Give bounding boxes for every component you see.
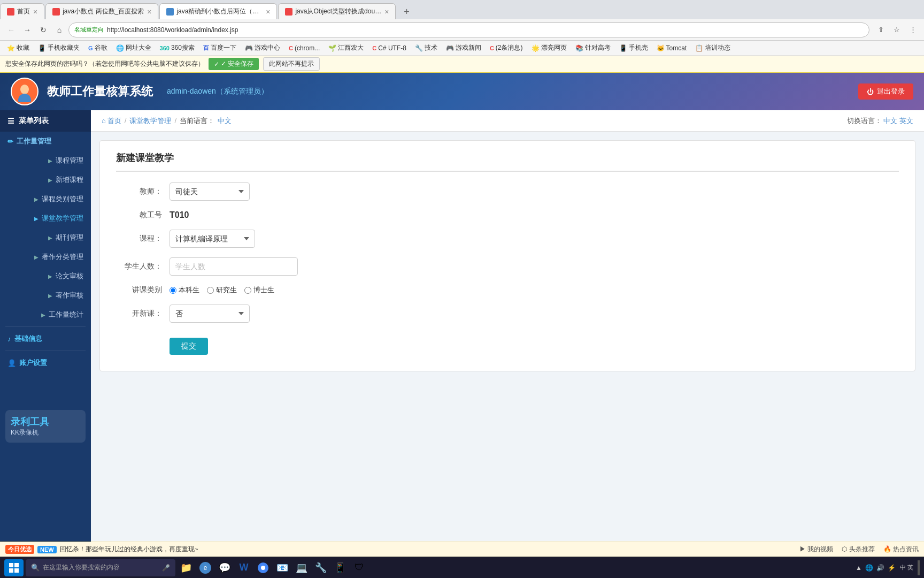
tab-java3[interactable]: java从Object类型转换成double... ×	[278, 3, 396, 19]
breadcrumb-sep2: /	[174, 117, 176, 125]
bm-chrome-icon: C	[289, 45, 293, 51]
sidebar-item-add-course[interactable]: ▶ 新增课程	[0, 170, 91, 189]
taskbar-app3[interactable]: 🔧	[312, 559, 329, 576]
taskbar-wechat[interactable]: 💬	[216, 559, 233, 576]
news-video[interactable]: ▶ 我的视频	[799, 545, 833, 554]
radio-phd-input[interactable]	[244, 287, 251, 294]
bm-mobile[interactable]: 📱手机收藏夹	[34, 42, 83, 54]
bm-phone-case[interactable]: 📱手机壳	[615, 42, 652, 54]
back-button[interactable]: ←	[4, 23, 18, 37]
bm-google[interactable]: G谷歌	[84, 42, 111, 54]
breadcrumb-sep1: /	[125, 117, 127, 125]
refresh-button[interactable]: ↻	[36, 23, 50, 37]
bm-google-label: 谷歌	[95, 43, 107, 52]
sidebar-item-workload-management[interactable]: ✏ 工作量管理	[0, 132, 91, 151]
sidebar-item-workload-stat[interactable]: ▶ 工作量统计	[0, 305, 91, 324]
security-dismiss-button[interactable]: 此网站不再提示	[263, 57, 320, 71]
taskbar-app1[interactable]: 📧	[274, 559, 291, 576]
submit-button[interactable]: 提交	[170, 338, 208, 355]
sidebar-item-course-manage[interactable]: ▶ 课程管理	[0, 151, 91, 170]
tray-sound[interactable]: 🔊	[876, 564, 884, 572]
share-icon[interactable]: ⇧	[874, 23, 888, 37]
show-desktop[interactable]	[918, 560, 920, 575]
url-input[interactable]	[107, 26, 864, 34]
bm-games[interactable]: 🎮游戏中心	[241, 42, 284, 54]
sidebar-item-account-settings[interactable]: 👤 账户设置	[0, 353, 91, 372]
radio-phd[interactable]: 博士生	[244, 285, 274, 295]
bm-jxau[interactable]: 🌱江西农大	[325, 42, 367, 54]
sidebar-item-work-review[interactable]: ▶ 著作审核	[0, 286, 91, 305]
tab-home[interactable]: 首页 ×	[0, 3, 44, 19]
arrow-right-icon4: ▶	[34, 216, 38, 222]
tab-java3-close[interactable]: ×	[384, 7, 389, 16]
lang-zh-link[interactable]: 中文	[883, 117, 897, 125]
tray-net[interactable]: 🌐	[865, 564, 873, 572]
mic-icon[interactable]: 🎤	[162, 564, 170, 572]
radio-undergraduate[interactable]: 本科生	[170, 285, 199, 295]
tab-java1[interactable]: java小数点 两位数_百度搜索 ×	[45, 3, 158, 19]
sidebar-divider2	[5, 351, 86, 351]
forward-button[interactable]: →	[20, 23, 34, 37]
bm-favorites[interactable]: ⭐收藏	[3, 42, 33, 54]
news-tag1: 今日优选	[5, 545, 34, 554]
bm-msg[interactable]: C(2条消息)	[486, 42, 527, 54]
sidebar-item-course-category[interactable]: ▶ 课程类别管理	[0, 189, 91, 209]
taskbar-app2[interactable]: 💻	[293, 559, 310, 576]
radio-undergraduate-input[interactable]	[170, 287, 176, 294]
bookmark-star-icon[interactable]: ☆	[890, 23, 904, 37]
logout-button[interactable]: ⏻ 退出登录	[858, 83, 913, 100]
breadcrumb-home[interactable]: ⌂ 首页	[102, 116, 121, 126]
bm-nav[interactable]: 🌐网址大全	[112, 42, 155, 54]
taskbar-chrome[interactable]	[255, 559, 272, 576]
tab-java1-close[interactable]: ×	[147, 7, 151, 16]
breadcrumb-section[interactable]: 课堂教学管理	[129, 116, 171, 126]
taskbar-search-bar[interactable]: 🔍 在这里输入你要搜索的内容 🎤	[26, 559, 175, 576]
new-tab-button[interactable]: +	[399, 4, 414, 19]
sidebar-item-paper-review[interactable]: ▶ 论文审核	[0, 267, 91, 286]
bm-csharp[interactable]: CC# UTF-8	[368, 42, 410, 54]
taskbar-browser[interactable]: e	[197, 559, 214, 576]
taskbar-file-explorer[interactable]: 📁	[178, 559, 195, 576]
teacher-id-label: 教工号	[116, 210, 170, 220]
taskbar-clock[interactable]: 中 英	[900, 564, 913, 571]
taskbar-word[interactable]: W	[235, 559, 252, 576]
bm-training[interactable]: 📋培训动态	[691, 42, 734, 54]
sidebar-item-classroom-teaching[interactable]: ▶ 课堂教学管理	[0, 209, 91, 228]
students-input[interactable]	[170, 257, 298, 276]
radio-graduate-input[interactable]	[207, 287, 214, 294]
bm-beautiful-label: 漂亮网页	[541, 43, 567, 52]
course-select[interactable]: 计算机编译原理 数据结构 算法设计	[170, 230, 255, 248]
new-course-select[interactable]: 否 是	[170, 305, 250, 323]
tab-java2-close[interactable]: ×	[266, 7, 270, 16]
tab-java2[interactable]: java精确到小数点后两位（两种方... ×	[159, 3, 277, 19]
bm-exam[interactable]: 📚针对高考	[572, 42, 614, 54]
start-button[interactable]	[4, 559, 24, 576]
bm-baidu[interactable]: 百百度一下	[199, 42, 240, 54]
settings-icon[interactable]: ⋮	[906, 23, 920, 37]
taskbar-app5[interactable]: 🛡	[351, 559, 368, 576]
news-hotspot[interactable]: 🔥 热点资讯	[883, 545, 919, 554]
taskbar-app4[interactable]: 📱	[332, 559, 349, 576]
url-bar[interactable]: 名域重定向	[68, 22, 869, 37]
lang-en-link[interactable]: 英文	[899, 117, 913, 125]
home-button[interactable]: ⌂	[52, 23, 66, 37]
news-headlines[interactable]: ⬡ 头条推荐	[842, 545, 874, 554]
tab-home-close[interactable]: ×	[33, 7, 37, 16]
radio-graduate[interactable]: 研究生	[207, 285, 237, 295]
bookmarks-bar: ⭐收藏 📱手机收藏夹 G谷歌 🌐网址大全 360360搜索 百百度一下 🎮游戏中…	[0, 41, 924, 56]
teacher-select[interactable]: 司徒天 张三 李四	[170, 182, 250, 201]
tray-arrow[interactable]: ▲	[856, 564, 862, 572]
sidebar-menu-header[interactable]: ☰ 菜单列表	[0, 110, 91, 132]
bm-360[interactable]: 360360搜索	[156, 42, 198, 54]
bm-chrome[interactable]: C(chrom...	[285, 42, 324, 54]
bm-tomcat[interactable]: 🐱Tomcat	[653, 42, 691, 54]
bm-beautiful[interactable]: 🌟漂亮网页	[528, 42, 571, 54]
bm-tech[interactable]: 🔧技术	[411, 42, 441, 54]
security-save-button[interactable]: ✓ ✓ 安全保存	[209, 58, 259, 70]
sidebar-item-work-category[interactable]: ▶ 著作分类管理	[0, 247, 91, 267]
tray-battery[interactable]: ⚡	[888, 564, 896, 572]
sidebar-item-journal[interactable]: ▶ 期刊管理	[0, 228, 91, 247]
sidebar-item-basic-info[interactable]: ♪ 基础信息	[0, 329, 91, 348]
breadcrumb-lang-zh[interactable]: 中文	[218, 116, 232, 126]
bm-game-news[interactable]: 🎮游戏新闻	[442, 42, 485, 54]
